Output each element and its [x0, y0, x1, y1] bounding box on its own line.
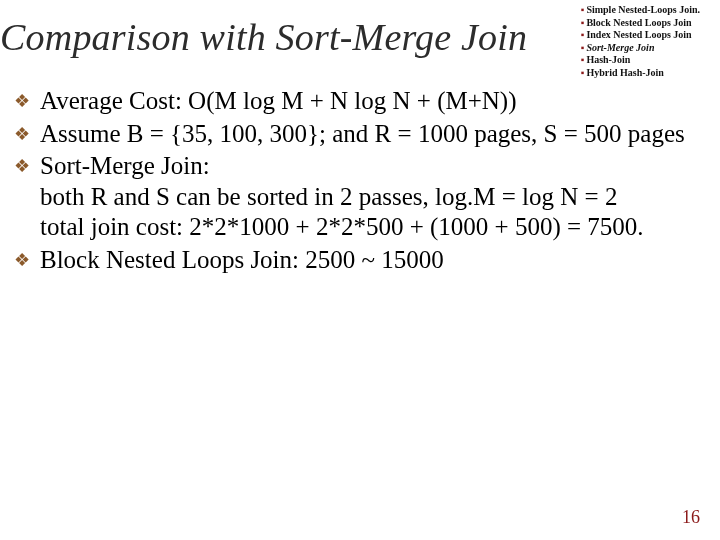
bullet-text: Sort-Merge Join:both R and S can be sort… [40, 151, 702, 243]
toc-label: Hybrid Hash-Join [586, 67, 664, 78]
toc-label: Simple Nested-Loops Join. [586, 4, 700, 15]
toc-item: ▪Hybrid Hash-Join [581, 67, 700, 80]
bullet-item: ❖ Sort-Merge Join:both R and S can be so… [12, 151, 702, 243]
slide-body: ❖ Average Cost: O(M log M + N log N + (M… [12, 86, 702, 277]
toc-item: ▪Sort-Merge Join [581, 42, 700, 55]
toc-item: ▪Simple Nested-Loops Join. [581, 4, 700, 17]
square-bullet-icon: ▪ [581, 17, 585, 30]
square-bullet-icon: ▪ [581, 67, 585, 80]
toc-label: Block Nested Loops Join [586, 17, 691, 28]
diamond-bullet-icon: ❖ [12, 86, 40, 117]
bullet-text: Assume B = {35, 100, 300}; and R = 1000 … [40, 119, 702, 150]
toc-item: ▪Hash-Join [581, 54, 700, 67]
bullet-text: Block Nested Loops Join: 2500 ~ 15000 [40, 245, 702, 276]
square-bullet-icon: ▪ [581, 42, 585, 55]
bullet-text: Average Cost: O(M log M + N log N + (M+N… [40, 86, 702, 117]
page-number: 16 [682, 507, 700, 528]
bullet-item: ❖ Assume B = {35, 100, 300}; and R = 100… [12, 119, 702, 150]
slide: ▪Simple Nested-Loops Join. ▪Block Nested… [0, 0, 720, 540]
diamond-bullet-icon: ❖ [12, 151, 40, 243]
square-bullet-icon: ▪ [581, 54, 585, 67]
toc-item: ▪Index Nested Loops Join [581, 29, 700, 42]
toc-list: ▪Simple Nested-Loops Join. ▪Block Nested… [581, 4, 700, 79]
slide-title: Comparison with Sort-Merge Join [0, 15, 527, 59]
bullet-item: ❖ Average Cost: O(M log M + N log N + (M… [12, 86, 702, 117]
toc-item: ▪Block Nested Loops Join [581, 17, 700, 30]
toc-label: Hash-Join [586, 54, 630, 65]
toc-label: Index Nested Loops Join [586, 29, 691, 40]
diamond-bullet-icon: ❖ [12, 245, 40, 276]
diamond-bullet-icon: ❖ [12, 119, 40, 150]
bullet-item: ❖ Block Nested Loops Join: 2500 ~ 15000 [12, 245, 702, 276]
square-bullet-icon: ▪ [581, 29, 585, 42]
square-bullet-icon: ▪ [581, 4, 585, 17]
toc-label-current: Sort-Merge Join [586, 42, 654, 53]
